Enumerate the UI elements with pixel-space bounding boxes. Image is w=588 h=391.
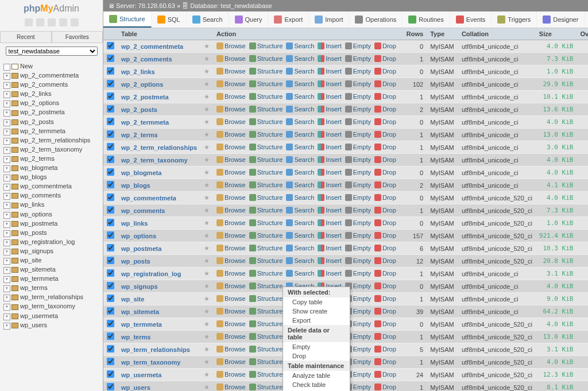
col-type[interactable]: Type xyxy=(427,28,458,40)
table-name-link[interactable]: wp_blogmeta xyxy=(121,169,161,176)
row-checkbox[interactable] xyxy=(107,118,114,125)
table-name-link[interactable]: wp_registration_log xyxy=(121,270,181,277)
table-name-link[interactable]: wp_commentmeta xyxy=(121,195,176,202)
search-action[interactable]: Search xyxy=(286,93,314,100)
empty-action[interactable]: Empty xyxy=(345,144,371,150)
row-checkbox[interactable] xyxy=(107,244,114,251)
structure-action[interactable]: Structure xyxy=(249,308,283,315)
table-name-link[interactable]: wp_term_relationships xyxy=(121,346,190,353)
row-checkbox[interactable] xyxy=(107,295,114,302)
drop-action[interactable]: Drop xyxy=(374,42,396,49)
table-name-link[interactable]: wp_comments xyxy=(121,207,165,214)
row-checkbox[interactable] xyxy=(107,257,114,264)
favorite-icon[interactable]: ★ xyxy=(204,232,210,239)
tree-table-item[interactable]: wp_registration_log xyxy=(0,237,103,246)
row-checkbox[interactable] xyxy=(107,332,114,340)
table-name-link[interactable]: wp_2_commentmeta xyxy=(121,43,183,50)
reload-icon[interactable] xyxy=(71,18,79,26)
structure-action[interactable]: Structure xyxy=(249,320,283,327)
tree-table-item[interactable]: wp_links xyxy=(0,200,103,209)
row-checkbox[interactable] xyxy=(107,130,114,138)
browse-action[interactable]: Browse xyxy=(216,320,246,327)
search-action[interactable]: Search xyxy=(286,80,314,87)
topmenu-import[interactable]: Import xyxy=(309,11,349,28)
browse-action[interactable]: Browse xyxy=(216,295,246,302)
topmenu-export[interactable]: Export xyxy=(268,11,309,28)
table-name-link[interactable]: wp_term_taxonomy xyxy=(121,359,180,366)
drop-action[interactable]: Drop xyxy=(374,194,396,201)
home-icon[interactable] xyxy=(25,18,33,26)
row-checkbox[interactable] xyxy=(107,181,114,188)
drop-action[interactable]: Drop xyxy=(374,320,396,327)
table-name-link[interactable]: wp_options xyxy=(121,233,156,239)
search-action[interactable]: Search xyxy=(286,106,314,113)
col-rows[interactable]: Rows xyxy=(403,28,427,40)
table-name-link[interactable]: wp_users xyxy=(121,384,150,391)
structure-action[interactable]: Structure xyxy=(249,156,283,163)
topmenu-operations[interactable]: Operations xyxy=(349,11,403,28)
insert-action[interactable]: Insert xyxy=(318,106,342,113)
tree-table-item[interactable]: wp_2_commentmeta xyxy=(0,71,103,80)
favorite-icon[interactable]: ★ xyxy=(204,207,210,214)
favorite-icon[interactable]: ★ xyxy=(204,42,210,49)
browse-action[interactable]: Browse xyxy=(216,194,246,201)
browse-action[interactable]: Browse xyxy=(216,358,246,365)
tree-table-item[interactable]: wp_2_terms xyxy=(0,154,103,163)
row-checkbox[interactable] xyxy=(107,219,114,226)
empty-action[interactable]: Empty xyxy=(345,169,371,176)
topmenu-search[interactable]: Search xyxy=(187,11,229,28)
row-checkbox[interactable] xyxy=(107,231,114,239)
structure-action[interactable]: Structure xyxy=(249,55,283,62)
row-checkbox[interactable] xyxy=(107,156,114,163)
browse-action[interactable]: Browse xyxy=(216,156,246,163)
tree-table-item[interactable]: wp_2_links xyxy=(0,89,103,98)
insert-action[interactable]: Insert xyxy=(318,144,342,150)
tab-favorites[interactable]: Favorites xyxy=(52,31,103,43)
table-name-link[interactable]: wp_2_postmeta xyxy=(121,94,169,100)
drop-action[interactable]: Drop xyxy=(374,358,396,365)
empty-action[interactable]: Empty xyxy=(345,181,371,188)
topmenu-sql[interactable]: SQL xyxy=(152,11,187,28)
favorite-icon[interactable]: ★ xyxy=(204,156,210,163)
structure-action[interactable]: Structure xyxy=(249,80,283,87)
search-action[interactable]: Search xyxy=(286,55,314,62)
browse-action[interactable]: Browse xyxy=(216,80,246,87)
drop-action[interactable]: Drop xyxy=(374,131,396,138)
tree-table-item[interactable]: wp_blogs xyxy=(0,172,103,181)
menu-item[interactable]: Check table xyxy=(283,380,350,389)
structure-action[interactable]: Structure xyxy=(249,207,283,214)
structure-action[interactable]: Structure xyxy=(249,295,283,302)
favorite-icon[interactable]: ★ xyxy=(204,118,210,125)
browse-action[interactable]: Browse xyxy=(216,55,246,62)
favorite-icon[interactable]: ★ xyxy=(204,131,210,138)
browse-action[interactable]: Browse xyxy=(216,131,246,138)
empty-action[interactable]: Empty xyxy=(345,118,371,125)
row-checkbox[interactable] xyxy=(107,206,114,214)
insert-action[interactable]: Insert xyxy=(318,68,342,75)
favorite-icon[interactable]: ★ xyxy=(204,333,210,340)
table-name-link[interactable]: wp_terms xyxy=(121,334,150,340)
browse-action[interactable]: Browse xyxy=(216,207,246,214)
table-name-link[interactable]: wp_2_terms xyxy=(121,131,158,138)
structure-action[interactable]: Structure xyxy=(249,169,283,176)
row-checkbox[interactable] xyxy=(107,282,114,289)
col-table[interactable]: Table xyxy=(118,28,200,40)
insert-action[interactable]: Insert xyxy=(318,245,342,251)
tree-table-item[interactable]: wp_2_postmeta xyxy=(0,107,103,117)
empty-action[interactable]: Empty xyxy=(345,55,371,62)
favorite-icon[interactable]: ★ xyxy=(204,346,210,353)
search-action[interactable]: Search xyxy=(286,181,314,188)
empty-action[interactable]: Empty xyxy=(345,106,371,113)
table-name-link[interactable]: wp_2_term_relationships xyxy=(121,144,197,151)
empty-action[interactable]: Empty xyxy=(345,257,371,264)
browse-action[interactable]: Browse xyxy=(216,257,246,264)
menu-item[interactable]: Empty xyxy=(283,342,350,351)
drop-action[interactable]: Drop xyxy=(374,295,396,302)
structure-action[interactable]: Structure xyxy=(249,106,283,113)
topmenu-triggers[interactable]: Triggers xyxy=(492,11,537,28)
favorite-icon[interactable]: ★ xyxy=(204,181,210,188)
row-checkbox[interactable] xyxy=(107,143,114,150)
table-name-link[interactable]: wp_2_options xyxy=(121,81,163,88)
tree-table-item[interactable]: wp_2_term_relationships xyxy=(0,136,103,145)
empty-action[interactable]: Empty xyxy=(345,68,371,75)
